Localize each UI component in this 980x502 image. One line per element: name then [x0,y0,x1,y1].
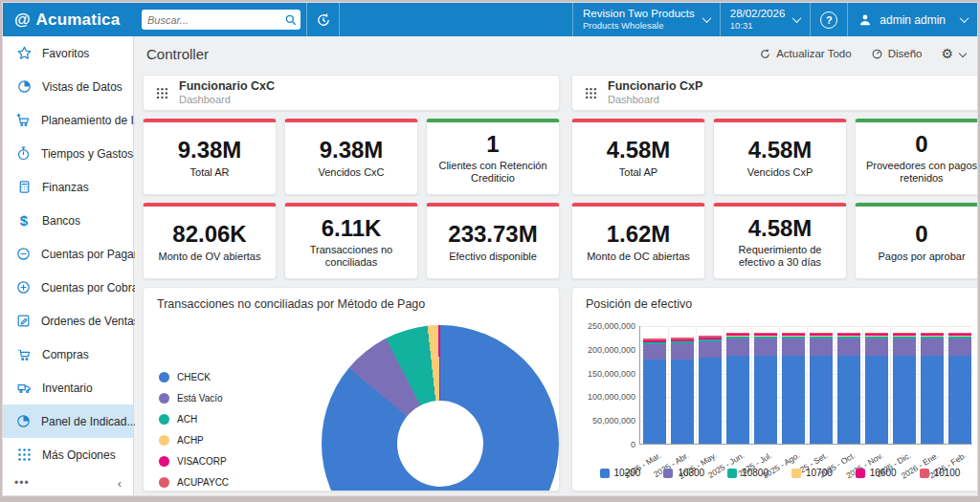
search-icon[interactable] [284,13,298,27]
refresh-all-button[interactable]: Actualizar Todo [759,48,851,60]
kpi-card-transacciones-no-conciliadas[interactable]: 6.11KTransacciones no conciliadas [284,203,418,279]
legend-label: 10200 [614,468,641,478]
global-search[interactable] [142,10,301,30]
donut-chart[interactable] [322,325,559,491]
bar-2025-mar[interactable] [643,338,666,444]
kpi-card-pagos-por-aprobar[interactable]: 0Pagos por aprobar [855,203,978,279]
y-axis-tick: 100,000,000 [588,392,640,402]
collapse-sidebar-icon[interactable]: ‹ [118,476,122,491]
main-area: Controller Actualizar Todo Diseño ⚙ [135,36,977,495]
gridline [751,326,752,444]
company-branch-selector[interactable]: Revision Two Products Products Wholesale [572,3,720,36]
search-input[interactable] [147,14,284,26]
legend-item-10300[interactable]: 10300 [663,468,704,478]
sidebar-item-mas-opciones[interactable]: Más Opciones [3,438,133,471]
sidebar-item-compras[interactable]: Compras [3,338,133,371]
bar-segment-10300 [671,343,694,360]
kpi-card-total-ar[interactable]: 9.38MTotal AR [143,119,277,195]
legend-item-10100[interactable]: 10100 [920,468,961,478]
kpi-label: Monto de OV abiertas [158,251,260,263]
kpi-card-vencidos-cxc[interactable]: 9.38MVencidos CxC [284,119,418,195]
sidebar-item-finanzas[interactable]: Finanzas [3,170,133,204]
bar-2025-abr[interactable] [671,338,694,444]
bar-chart-plot: 050,000,000100,000,000150,000,000200,000… [639,326,972,445]
date-time-selector[interactable]: 28/02/2026 10:31 [720,3,811,36]
sidebar-item-inventario[interactable]: Inventario [3,371,133,404]
more-menu-icon[interactable]: ••• [14,476,30,490]
sidebar-item-planeamiento-de-i[interactable]: Planeamiento de I... [3,103,133,137]
bar-2025-nov[interactable] [865,333,888,444]
kpi-card-total-ap[interactable]: 4.58MTotal AP [571,119,705,195]
drag-handle-icon[interactable] [584,86,598,100]
kpi-card-monto-de-ov-abiertas[interactable]: 82.06KMonto de OV abiertas [143,203,277,279]
bar-segment-10300 [754,338,777,356]
legend-item-10600[interactable]: 10600 [856,468,897,478]
user-icon [858,12,873,28]
gridline [918,326,919,444]
bar-segment-10300 [865,338,888,356]
sidebar-item-label: Panel de Indicad... [41,415,136,428]
kpi-value: 9.38M [320,138,384,163]
sidebar-item-label: Planeamiento de I... [41,114,144,127]
y-axis-tick: 50,000,000 [592,416,640,426]
kpi-label: Vencidos CxC [318,166,384,179]
kpi-card-requerimiento-de-efectivo-a-30-dias[interactable]: 4.58MRequerimiento de efectivo a 30 días [713,203,847,279]
kpi-value: 0 [915,132,927,157]
edit-icon [15,313,32,330]
bar-2026-ene[interactable] [921,333,944,444]
legend-label: 10800 [742,468,768,478]
bar-segment-10200 [699,358,722,444]
legend-label: VISACORP [177,456,329,467]
sidebar-item-tiempos-y-gastos[interactable]: Tiempos y Gastos [3,137,133,170]
bar-2026-feb[interactable] [948,333,971,444]
widget-header-cxc[interactable]: Funcionario CxC Dashboard [143,75,560,111]
branch-name: Products Wholesale [583,21,695,32]
brand-name: Acumatica [36,11,121,30]
bar-segment-10200 [643,360,666,444]
kpi-grid-cxp: 4.58MTotal AP4.58MVencidos CxP0Proveedor… [571,119,978,279]
gridline [779,326,780,444]
acumatica-logo[interactable]: @ Acumatica [14,3,120,36]
sidebar-item-cuentas-por-cobrar[interactable]: Cuentas por Cobrar [3,271,133,304]
kpi-card-efectivo-disponible[interactable]: 233.73MEfectivo disponible [426,203,560,279]
truck-icon [15,380,33,397]
business-date-button[interactable] [306,3,340,36]
kpi-card-vencidos-cxp[interactable]: 4.58MVencidos CxP [713,119,847,195]
kpi-label: Total AP [619,166,657,179]
sidebar-item-bancos[interactable]: $Bancos [3,204,133,237]
user-menu[interactable]: admin admin [847,3,977,36]
bar-2025-may[interactable] [699,336,722,444]
sidebar-item-favoritos[interactable]: Favoritos [3,36,133,70]
bar-2025-set[interactable] [810,333,833,444]
legend-swatch [663,469,673,478]
legend-item-10700[interactable]: 10700 [791,468,833,478]
kpi-label: Transacciones no conciliadas [291,244,412,269]
bar-2025-dic[interactable] [893,333,916,444]
legend-item-10800[interactable]: 10800 [727,468,768,478]
kpi-card-clientes-con-retencion-crediticio[interactable]: 1Clientes con Retención Crediticio [426,119,560,195]
settings-button[interactable]: ⚙ [941,47,966,60]
sidebar-item-vistas-de-datos[interactable]: Vistas de Datos [3,70,133,103]
kpi-card-proveedores-con-pagos-retenidos[interactable]: 0Proveedores con pagos retenidos [855,119,978,195]
kpi-value: 6.11K [322,216,382,241]
drag-handle-icon[interactable] [155,86,169,100]
help-button[interactable]: ? [810,3,847,36]
legend-swatch [791,469,801,478]
bar-2025-jul[interactable] [754,333,777,444]
help-icon: ? [820,11,837,29]
legend-item-10200[interactable]: 10200 [600,468,641,478]
sidebar-item-ordenes-de-ventas[interactable]: Ordenes de Ventas [3,304,133,338]
chevron-down-icon [792,13,802,23]
gear-icon: ⚙ [941,47,953,60]
sidebar-item-panel-de-indicad[interactable]: Panel de Indicad... [3,404,133,438]
design-button[interactable]: Diseño [871,48,923,60]
kpi-card-monto-de-oc-abiertas[interactable]: 1.62MMonto de OC abiertas [571,203,705,279]
bar-2025-oct[interactable] [837,333,860,444]
legend-swatch [727,469,737,478]
bar-2025-ago[interactable] [782,333,805,444]
widget-header-cxp[interactable]: Funcionario CxP Dashboard [571,75,978,111]
sidebar-item-cuentas-por-pagar[interactable]: Cuentas por Pagar [3,237,133,271]
bar-segment-10300 [782,338,805,356]
acumatica-logo-icon: @ [14,11,31,30]
bar-2025-jun[interactable] [726,333,749,444]
